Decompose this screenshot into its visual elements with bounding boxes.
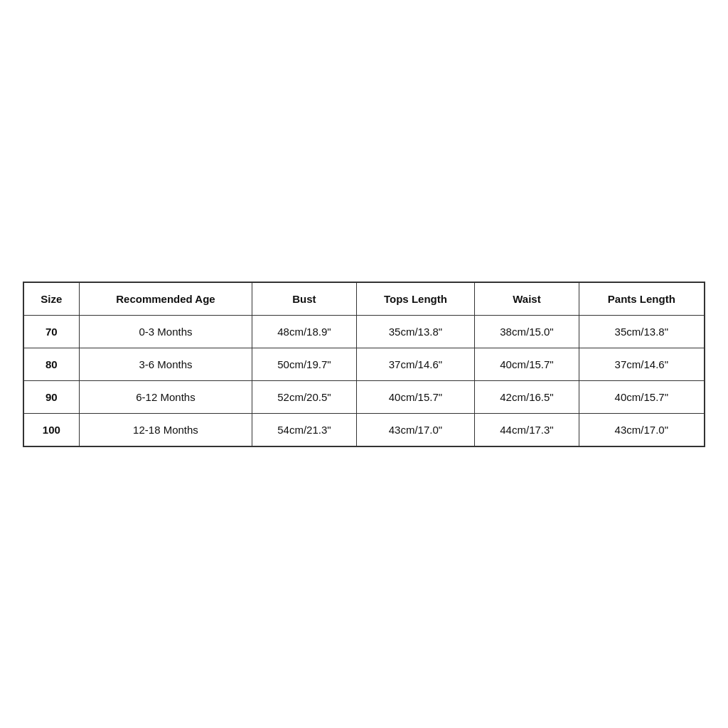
header-pants-length: Pants Length bbox=[579, 282, 705, 316]
header-recommended-age: Recommended Age bbox=[79, 282, 252, 316]
cell-age: 12-18 Months bbox=[79, 413, 252, 446]
cell-size: 80 bbox=[23, 348, 79, 380]
cell-bust: 48cm/18.9" bbox=[252, 315, 356, 348]
cell-waist: 44cm/17.3" bbox=[475, 413, 579, 446]
cell-tops-length: 35cm/13.8" bbox=[356, 315, 475, 348]
cell-bust: 50cm/19.7" bbox=[252, 348, 356, 380]
cell-pants-length: 35cm/13.8" bbox=[579, 315, 705, 348]
cell-tops-length: 43cm/17.0" bbox=[356, 413, 475, 446]
cell-pants-length: 37cm/14.6" bbox=[579, 348, 705, 380]
header-tops-length: Tops Length bbox=[356, 282, 475, 316]
cell-size: 100 bbox=[23, 413, 79, 446]
table-row: 906-12 Months52cm/20.5"40cm/15.7"42cm/16… bbox=[23, 380, 705, 413]
cell-size: 70 bbox=[23, 315, 79, 348]
table-row: 803-6 Months50cm/19.7"37cm/14.6"40cm/15.… bbox=[23, 348, 705, 380]
header-waist: Waist bbox=[475, 282, 579, 316]
cell-age: 3-6 Months bbox=[79, 348, 252, 380]
table-header-row: Size Recommended Age Bust Tops Length Wa… bbox=[23, 282, 705, 316]
table-row: 10012-18 Months54cm/21.3"43cm/17.0"44cm/… bbox=[23, 413, 705, 446]
cell-waist: 42cm/16.5" bbox=[475, 380, 579, 413]
header-bust: Bust bbox=[252, 282, 356, 316]
cell-pants-length: 40cm/15.7" bbox=[579, 380, 705, 413]
size-chart-table: Size Recommended Age Bust Tops Length Wa… bbox=[23, 282, 705, 447]
cell-bust: 52cm/20.5" bbox=[252, 380, 356, 413]
cell-tops-length: 37cm/14.6" bbox=[356, 348, 475, 380]
cell-age: 6-12 Months bbox=[79, 380, 252, 413]
cell-bust: 54cm/21.3" bbox=[252, 413, 356, 446]
cell-waist: 38cm/15.0" bbox=[475, 315, 579, 348]
size-chart-container: Size Recommended Age Bust Tops Length Wa… bbox=[23, 282, 705, 447]
cell-tops-length: 40cm/15.7" bbox=[356, 380, 475, 413]
header-size: Size bbox=[23, 282, 79, 316]
cell-waist: 40cm/15.7" bbox=[475, 348, 579, 380]
cell-age: 0-3 Months bbox=[79, 315, 252, 348]
cell-pants-length: 43cm/17.0" bbox=[579, 413, 705, 446]
cell-size: 90 bbox=[23, 380, 79, 413]
table-row: 700-3 Months48cm/18.9"35cm/13.8"38cm/15.… bbox=[23, 315, 705, 348]
